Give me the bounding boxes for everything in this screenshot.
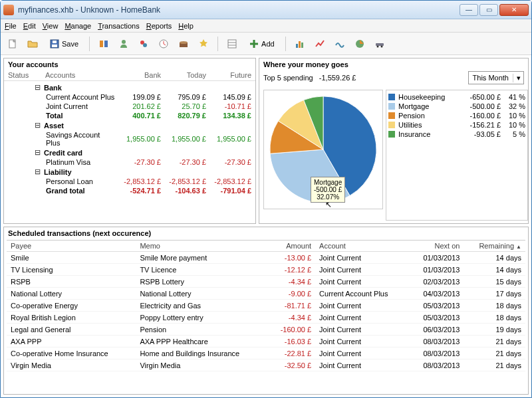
account-row[interactable]: Joint Current201.62 £25.70 £-10.71 £ — [7, 102, 253, 111]
account-row[interactable]: Personal Loan-2,853.12 £-2,853.12 £-2,85… — [7, 177, 253, 186]
account-group[interactable]: ⊟Bank — [7, 82, 253, 92]
svg-rect-15 — [296, 44, 298, 48]
budget-icon[interactable] — [176, 36, 192, 52]
cell-account: Joint Current — [315, 300, 409, 312]
cell-memo: TV Licence — [136, 264, 267, 276]
cell-payee: Smile — [7, 252, 136, 264]
cell-next: 08/03/2013 — [409, 348, 464, 359]
scheduled-row[interactable]: Co-operative Home Insurance Home and Bui… — [7, 348, 525, 359]
account-group[interactable]: ⊟Credit card — [7, 148, 253, 157]
legend-item[interactable]: Housekeeping -650.00 £ 41 % — [388, 92, 525, 102]
titlebar: myfinances.xhb - Unknown - HomeBank — ▭ … — [1, 1, 531, 19]
toolbar-separator — [285, 37, 286, 51]
cell-next: 08/03/2013 — [409, 336, 464, 348]
payees-icon[interactable] — [116, 36, 132, 52]
scheduled-row[interactable]: National Lottery National Lottery -9.00 … — [7, 288, 525, 300]
open-file-icon[interactable] — [25, 36, 41, 52]
col-status[interactable]: Status — [8, 71, 45, 79]
cell-payee: Co-operative Home Insurance — [7, 348, 136, 359]
pie-chart[interactable]: Mortgage -500.00 £ 32.07% ↖ — [263, 90, 383, 209]
cell-memo: AXA PPP Healthcare — [136, 336, 267, 348]
scheduled-row[interactable]: TV Licensing TV Licence -12.12 £ Joint C… — [7, 264, 525, 276]
collapse-icon[interactable]: ⊟ — [33, 83, 41, 92]
spending-sub-label: Top 5 spending — [263, 74, 313, 82]
cell-amount: -13.00 £ — [268, 252, 316, 264]
cell-next: 01/03/2013 — [409, 264, 464, 276]
legend-amount: -93.05 £ — [462, 130, 501, 138]
legend-item[interactable]: Utilities -156.21 £ 10 % — [388, 120, 525, 130]
account-group[interactable]: ⊟Liability — [7, 167, 253, 177]
vehicle-icon[interactable] — [372, 36, 388, 52]
scheduled-icon[interactable] — [156, 36, 172, 52]
svg-rect-5 — [104, 41, 108, 47]
scheduled-row[interactable]: Virgin Media Virgin Media -32.50 £ Joint… — [7, 359, 525, 371]
menu-file[interactable]: File — [5, 22, 17, 30]
period-select[interactable]: This Month ▾ — [468, 71, 524, 84]
account-group[interactable]: ⊟Asset — [7, 120, 253, 130]
menu-manage[interactable]: Manage — [65, 22, 91, 30]
add-button[interactable]: Add — [244, 36, 279, 52]
minimize-button[interactable]: — — [460, 4, 478, 16]
legend-item[interactable]: Insurance -93.05 £ 5 % — [388, 130, 525, 139]
scheduled-row[interactable]: Smile Smile More payment -13.00 £ Joint … — [7, 252, 525, 264]
cell-next: 01/03/2013 — [409, 252, 464, 264]
cell-memo: Electricity and Gas — [136, 300, 267, 312]
cell-account: Joint Current — [315, 264, 409, 276]
scheduled-row[interactable]: Royal British Legion Poppy Lottery entry… — [7, 312, 525, 324]
col-future[interactable]: Future — [206, 71, 251, 79]
cell-payee: Virgin Media — [7, 359, 136, 371]
legend-amount: -156.21 £ — [462, 121, 501, 129]
app-icon — [3, 5, 14, 15]
show-transactions-icon[interactable] — [224, 36, 240, 52]
statistics-icon[interactable] — [292, 36, 308, 52]
account-row[interactable]: Current Account Plus199.09 £795.09 £145.… — [7, 92, 253, 102]
svg-point-8 — [143, 43, 147, 47]
sched-col-account[interactable]: Account — [315, 241, 409, 252]
cell-memo: Smile More payment — [136, 252, 267, 264]
sched-col-memo[interactable]: Memo — [136, 241, 267, 252]
spending-sub-amount: -1,559.26 £ — [319, 74, 356, 82]
account-row[interactable]: Savings Account Plus1,955.00 £1,955.00 £… — [7, 130, 253, 148]
add-label: Add — [261, 40, 275, 48]
account-row[interactable]: Platinum Visa-27.30 £-27.30 £-27.30 £ — [7, 157, 253, 167]
menu-reports[interactable]: Reports — [146, 22, 172, 30]
categories-icon[interactable] — [136, 36, 152, 52]
col-accounts[interactable]: Accounts — [45, 71, 116, 79]
scheduled-row[interactable]: AXA PPP AXA PPP Healthcare -16.03 £ Join… — [7, 336, 525, 348]
menu-view[interactable]: View — [43, 22, 59, 30]
cell-payee: Co-operative Energy — [7, 300, 136, 312]
close-button[interactable]: ✕ — [499, 4, 529, 16]
new-file-icon[interactable] — [5, 36, 21, 52]
cell-amount: -9.00 £ — [268, 288, 316, 300]
cell-amount: -81.71 £ — [268, 300, 316, 312]
cell-payee: RSPB — [7, 276, 136, 288]
accounts-icon[interactable] — [96, 36, 112, 52]
scheduled-row[interactable]: Co-operative Energy Electricity and Gas … — [7, 300, 525, 312]
sched-col-amount[interactable]: Amount — [268, 241, 316, 252]
assignments-icon[interactable] — [196, 36, 211, 52]
menu-help[interactable]: Help — [178, 22, 194, 30]
collapse-icon[interactable]: ⊟ — [33, 167, 41, 176]
toolbar: Save Add — [1, 33, 531, 55]
menu-edit[interactable]: Edit — [23, 22, 36, 30]
tooltip-amount: -500.00 £ — [314, 186, 342, 193]
trend-icon[interactable] — [312, 36, 328, 52]
scheduled-row[interactable]: RSPB RSPB Lottery -4.34 £ Joint Current … — [7, 276, 525, 288]
collapse-icon[interactable]: ⊟ — [33, 148, 41, 157]
save-button[interactable]: Save — [45, 36, 83, 52]
collapse-icon[interactable]: ⊟ — [33, 121, 41, 130]
menu-transactions[interactable]: Transactions — [98, 22, 140, 30]
sched-col-remaining[interactable]: Remaining ▲ — [464, 241, 525, 252]
col-bank[interactable]: Bank — [116, 71, 161, 79]
budget-report-icon[interactable] — [352, 36, 368, 52]
col-today[interactable]: Today — [161, 71, 206, 79]
sched-col-payee[interactable]: Payee — [7, 241, 136, 252]
legend-item[interactable]: Pension -160.00 £ 10 % — [388, 111, 525, 120]
sched-col-next[interactable]: Next on — [409, 241, 464, 252]
balance-icon[interactable] — [332, 36, 348, 52]
maximize-button[interactable]: ▭ — [479, 4, 498, 16]
legend-item[interactable]: Mortgage -500.00 £ 32 % — [388, 102, 525, 111]
scheduled-row[interactable]: Legal and General Pension -160.00 £ Join… — [7, 324, 525, 336]
scheduled-table[interactable]: Payee Memo Amount Account Next on Remain… — [7, 241, 525, 391]
legend-swatch — [388, 103, 395, 110]
